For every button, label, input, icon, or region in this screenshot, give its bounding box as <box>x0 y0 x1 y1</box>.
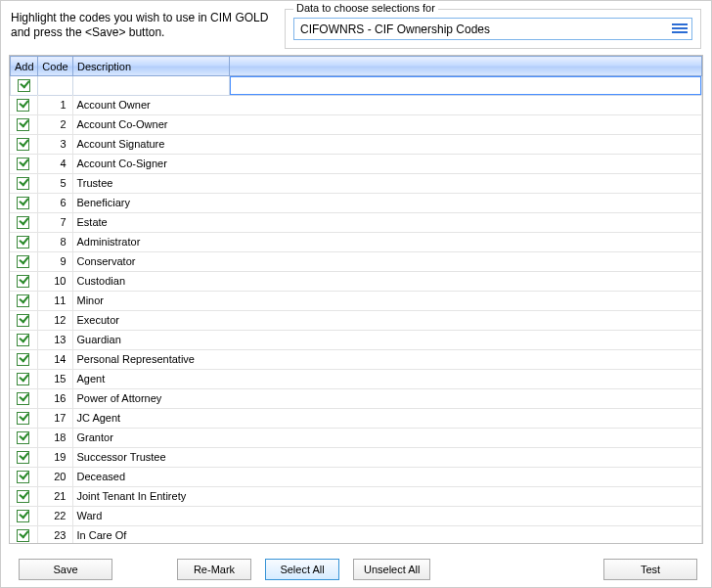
table-row[interactable]: 22Ward <box>10 506 702 525</box>
table-row[interactable]: 18Grantor <box>10 428 702 447</box>
table-row[interactable]: 9Conservator <box>10 251 702 271</box>
col-header-description[interactable]: Description <box>73 57 230 76</box>
row-description: Ward <box>72 506 702 525</box>
row-code: 2 <box>37 114 72 134</box>
row-description: Account Co-Signer <box>72 154 702 173</box>
row-checkbox[interactable] <box>10 506 37 525</box>
table-row[interactable]: 23In Care Of <box>10 525 702 543</box>
data-selector-value: CIFOWNRS - CIF Ownership Codes <box>300 23 490 36</box>
table-row[interactable]: 14Personal Representative <box>10 349 702 369</box>
row-checkbox[interactable] <box>10 251 37 271</box>
row-checkbox[interactable] <box>10 447 37 467</box>
table-row[interactable]: 5Trustee <box>10 173 702 193</box>
row-checkbox[interactable] <box>10 154 37 173</box>
check-icon <box>17 529 29 542</box>
table-row[interactable]: 15Agent <box>10 369 702 388</box>
check-icon <box>17 334 29 346</box>
row-checkbox[interactable] <box>10 486 37 506</box>
data-selector[interactable]: CIFOWNRS - CIF Ownership Codes <box>293 18 692 40</box>
table-row[interactable]: 10Custodian <box>10 271 702 291</box>
check-icon <box>17 373 29 385</box>
table-row[interactable]: 6Beneficiary <box>10 193 702 212</box>
check-icon <box>17 490 29 503</box>
row-code: 7 <box>37 212 72 232</box>
check-icon <box>17 353 29 366</box>
check-icon <box>17 158 29 170</box>
row-description: Power of Attorney <box>72 388 702 408</box>
row-checkbox[interactable] <box>10 291 37 310</box>
row-description: Custodian <box>72 271 702 291</box>
table-row[interactable]: 19Successor Trustee <box>10 447 702 467</box>
row-code: 9 <box>37 251 72 271</box>
description-filter-input[interactable] <box>230 76 701 95</box>
table-row[interactable]: 3Account Signature <box>10 134 702 154</box>
col-header-add[interactable]: Add <box>11 57 38 76</box>
row-description: Successor Trustee <box>72 447 702 467</box>
check-icon <box>17 216 29 229</box>
row-checkbox[interactable] <box>10 212 37 232</box>
col-header-code[interactable]: Code <box>38 57 73 76</box>
button-bar: Save Re-Mark Select All Unselect All Tes… <box>9 558 703 581</box>
remark-button[interactable]: Re-Mark <box>177 559 251 580</box>
row-checkbox[interactable] <box>10 310 37 330</box>
test-button[interactable]: Test <box>603 559 697 580</box>
filter-add-checkbox[interactable] <box>11 76 38 96</box>
filter-code-cell[interactable] <box>38 76 73 96</box>
data-panel-label: Data to choose selections for <box>293 2 438 14</box>
row-code: 11 <box>37 291 72 310</box>
table-row[interactable]: 13Guardian <box>10 330 702 349</box>
row-checkbox[interactable] <box>10 369 37 388</box>
row-description: In Care Of <box>72 525 702 543</box>
table-row[interactable]: 17JC Agent <box>10 408 702 428</box>
check-icon <box>17 451 29 464</box>
grid-scroll-area[interactable]: 1Account Owner2Account Co-Owner3Account … <box>10 95 702 543</box>
save-button[interactable]: Save <box>19 559 112 580</box>
check-icon <box>17 471 29 483</box>
table-row[interactable]: 1Account Owner <box>10 95 702 114</box>
svg-rect-1 <box>672 27 688 29</box>
row-description: Account Signature <box>72 134 702 154</box>
row-checkbox[interactable] <box>10 408 37 428</box>
check-icon <box>17 275 29 288</box>
row-code: 21 <box>37 486 72 506</box>
row-checkbox[interactable] <box>10 232 37 251</box>
table-row[interactable]: 16Power of Attorney <box>10 388 702 408</box>
row-code: 5 <box>37 173 72 193</box>
unselect-all-button[interactable]: Unselect All <box>353 559 430 580</box>
select-all-button[interactable]: Select All <box>265 559 339 580</box>
row-checkbox[interactable] <box>10 330 37 349</box>
row-code: 13 <box>37 330 72 349</box>
table-row[interactable]: 7Estate <box>10 212 702 232</box>
row-description: Minor <box>72 291 702 310</box>
row-checkbox[interactable] <box>10 467 37 486</box>
row-checkbox[interactable] <box>10 428 37 447</box>
row-checkbox[interactable] <box>10 349 37 369</box>
table-row[interactable]: 12Executor <box>10 310 702 330</box>
check-icon <box>18 79 30 92</box>
svg-rect-3 <box>672 23 675 25</box>
row-code: 4 <box>37 154 72 173</box>
row-checkbox[interactable] <box>10 134 37 154</box>
row-checkbox[interactable] <box>10 193 37 212</box>
row-checkbox[interactable] <box>10 114 37 134</box>
table-row[interactable]: 2Account Co-Owner <box>10 114 702 134</box>
row-code: 22 <box>37 506 72 525</box>
table-row[interactable]: 21Joint Tenant In Entirety <box>10 486 702 506</box>
check-icon <box>17 412 29 425</box>
row-description: Joint Tenant In Entirety <box>72 486 702 506</box>
table-row[interactable]: 4Account Co-Signer <box>10 154 702 173</box>
row-code: 18 <box>37 428 72 447</box>
table-row[interactable]: 20Deceased <box>10 467 702 486</box>
row-checkbox[interactable] <box>10 271 37 291</box>
row-checkbox[interactable] <box>10 95 37 114</box>
filter-desc-cell[interactable] <box>73 76 230 96</box>
row-checkbox[interactable] <box>10 388 37 408</box>
row-checkbox[interactable] <box>10 173 37 193</box>
row-code: 10 <box>37 271 72 291</box>
row-description: Executor <box>72 310 702 330</box>
table-row[interactable]: 11Minor <box>10 291 702 310</box>
row-code: 15 <box>37 369 72 388</box>
table-row[interactable]: 8Administrator <box>10 232 702 251</box>
row-checkbox[interactable] <box>10 525 37 543</box>
row-code: 16 <box>37 388 72 408</box>
